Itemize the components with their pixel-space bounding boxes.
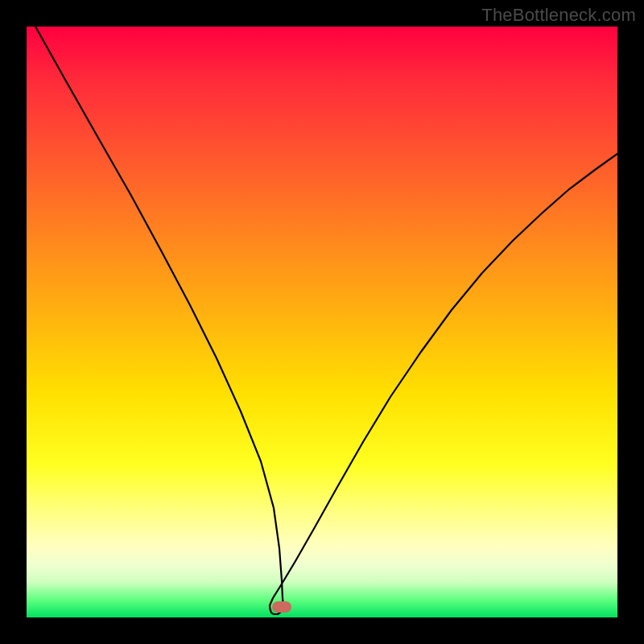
watermark-text: TheBottleneck.com: [481, 5, 636, 26]
plot-area: [27, 27, 617, 617]
chart-frame: TheBottleneck.com: [0, 0, 644, 644]
curve-path: [35, 27, 617, 614]
bottleneck-curve: [27, 27, 617, 617]
optimal-marker: [272, 601, 291, 613]
